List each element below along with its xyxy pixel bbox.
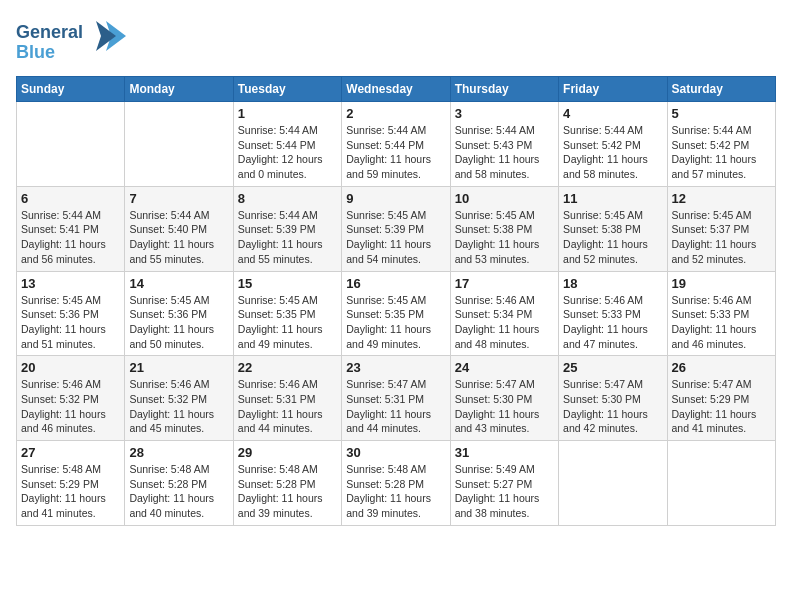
page-header: General Blue	[16, 16, 776, 68]
day-number: 14	[129, 276, 228, 291]
day-number: 11	[563, 191, 662, 206]
day-number: 15	[238, 276, 337, 291]
column-header-friday: Friday	[559, 77, 667, 102]
calendar-cell: 21Sunrise: 5:46 AM Sunset: 5:32 PM Dayli…	[125, 356, 233, 441]
day-number: 21	[129, 360, 228, 375]
calendar-cell: 27Sunrise: 5:48 AM Sunset: 5:29 PM Dayli…	[17, 441, 125, 526]
day-detail: Sunrise: 5:44 AM Sunset: 5:42 PM Dayligh…	[672, 123, 771, 182]
calendar-cell: 11Sunrise: 5:45 AM Sunset: 5:38 PM Dayli…	[559, 186, 667, 271]
column-header-monday: Monday	[125, 77, 233, 102]
calendar-cell: 4Sunrise: 5:44 AM Sunset: 5:42 PM Daylig…	[559, 102, 667, 187]
calendar-cell	[125, 102, 233, 187]
day-number: 24	[455, 360, 554, 375]
day-detail: Sunrise: 5:44 AM Sunset: 5:42 PM Dayligh…	[563, 123, 662, 182]
day-number: 27	[21, 445, 120, 460]
day-number: 1	[238, 106, 337, 121]
svg-text:Blue: Blue	[16, 42, 55, 62]
week-row-1: 1Sunrise: 5:44 AM Sunset: 5:44 PM Daylig…	[17, 102, 776, 187]
calendar-cell	[667, 441, 775, 526]
day-detail: Sunrise: 5:46 AM Sunset: 5:33 PM Dayligh…	[672, 293, 771, 352]
calendar-cell: 28Sunrise: 5:48 AM Sunset: 5:28 PM Dayli…	[125, 441, 233, 526]
calendar-cell: 10Sunrise: 5:45 AM Sunset: 5:38 PM Dayli…	[450, 186, 558, 271]
column-header-thursday: Thursday	[450, 77, 558, 102]
day-detail: Sunrise: 5:46 AM Sunset: 5:32 PM Dayligh…	[129, 377, 228, 436]
header-row: SundayMondayTuesdayWednesdayThursdayFrid…	[17, 77, 776, 102]
day-detail: Sunrise: 5:44 AM Sunset: 5:40 PM Dayligh…	[129, 208, 228, 267]
calendar-cell: 7Sunrise: 5:44 AM Sunset: 5:40 PM Daylig…	[125, 186, 233, 271]
calendar-body: 1Sunrise: 5:44 AM Sunset: 5:44 PM Daylig…	[17, 102, 776, 526]
calendar-cell: 1Sunrise: 5:44 AM Sunset: 5:44 PM Daylig…	[233, 102, 341, 187]
calendar-cell: 3Sunrise: 5:44 AM Sunset: 5:43 PM Daylig…	[450, 102, 558, 187]
day-number: 8	[238, 191, 337, 206]
day-detail: Sunrise: 5:45 AM Sunset: 5:36 PM Dayligh…	[21, 293, 120, 352]
day-detail: Sunrise: 5:45 AM Sunset: 5:35 PM Dayligh…	[238, 293, 337, 352]
day-detail: Sunrise: 5:45 AM Sunset: 5:36 PM Dayligh…	[129, 293, 228, 352]
calendar-cell	[17, 102, 125, 187]
day-detail: Sunrise: 5:48 AM Sunset: 5:28 PM Dayligh…	[346, 462, 445, 521]
day-number: 5	[672, 106, 771, 121]
day-detail: Sunrise: 5:48 AM Sunset: 5:28 PM Dayligh…	[129, 462, 228, 521]
day-number: 3	[455, 106, 554, 121]
day-detail: Sunrise: 5:47 AM Sunset: 5:31 PM Dayligh…	[346, 377, 445, 436]
calendar-cell: 22Sunrise: 5:46 AM Sunset: 5:31 PM Dayli…	[233, 356, 341, 441]
calendar-cell: 24Sunrise: 5:47 AM Sunset: 5:30 PM Dayli…	[450, 356, 558, 441]
day-number: 23	[346, 360, 445, 375]
calendar-cell	[559, 441, 667, 526]
day-number: 17	[455, 276, 554, 291]
logo-text-block: General Blue	[16, 16, 126, 68]
day-detail: Sunrise: 5:45 AM Sunset: 5:37 PM Dayligh…	[672, 208, 771, 267]
column-header-saturday: Saturday	[667, 77, 775, 102]
day-detail: Sunrise: 5:44 AM Sunset: 5:41 PM Dayligh…	[21, 208, 120, 267]
day-detail: Sunrise: 5:46 AM Sunset: 5:31 PM Dayligh…	[238, 377, 337, 436]
day-detail: Sunrise: 5:46 AM Sunset: 5:32 PM Dayligh…	[21, 377, 120, 436]
calendar-cell: 16Sunrise: 5:45 AM Sunset: 5:35 PM Dayli…	[342, 271, 450, 356]
calendar-cell: 23Sunrise: 5:47 AM Sunset: 5:31 PM Dayli…	[342, 356, 450, 441]
day-detail: Sunrise: 5:49 AM Sunset: 5:27 PM Dayligh…	[455, 462, 554, 521]
calendar-header: SundayMondayTuesdayWednesdayThursdayFrid…	[17, 77, 776, 102]
day-detail: Sunrise: 5:47 AM Sunset: 5:29 PM Dayligh…	[672, 377, 771, 436]
day-detail: Sunrise: 5:48 AM Sunset: 5:29 PM Dayligh…	[21, 462, 120, 521]
day-detail: Sunrise: 5:45 AM Sunset: 5:38 PM Dayligh…	[455, 208, 554, 267]
day-number: 6	[21, 191, 120, 206]
day-number: 10	[455, 191, 554, 206]
day-number: 22	[238, 360, 337, 375]
calendar-cell: 8Sunrise: 5:44 AM Sunset: 5:39 PM Daylig…	[233, 186, 341, 271]
day-detail: Sunrise: 5:44 AM Sunset: 5:44 PM Dayligh…	[238, 123, 337, 182]
calendar-cell: 15Sunrise: 5:45 AM Sunset: 5:35 PM Dayli…	[233, 271, 341, 356]
day-detail: Sunrise: 5:47 AM Sunset: 5:30 PM Dayligh…	[455, 377, 554, 436]
day-detail: Sunrise: 5:47 AM Sunset: 5:30 PM Dayligh…	[563, 377, 662, 436]
week-row-5: 27Sunrise: 5:48 AM Sunset: 5:29 PM Dayli…	[17, 441, 776, 526]
svg-text:General: General	[16, 22, 83, 42]
column-header-tuesday: Tuesday	[233, 77, 341, 102]
day-number: 16	[346, 276, 445, 291]
calendar-cell: 12Sunrise: 5:45 AM Sunset: 5:37 PM Dayli…	[667, 186, 775, 271]
day-number: 30	[346, 445, 445, 460]
calendar-cell: 5Sunrise: 5:44 AM Sunset: 5:42 PM Daylig…	[667, 102, 775, 187]
day-number: 12	[672, 191, 771, 206]
day-number: 4	[563, 106, 662, 121]
calendar-cell: 17Sunrise: 5:46 AM Sunset: 5:34 PM Dayli…	[450, 271, 558, 356]
week-row-2: 6Sunrise: 5:44 AM Sunset: 5:41 PM Daylig…	[17, 186, 776, 271]
day-number: 26	[672, 360, 771, 375]
day-number: 18	[563, 276, 662, 291]
calendar-cell: 13Sunrise: 5:45 AM Sunset: 5:36 PM Dayli…	[17, 271, 125, 356]
day-detail: Sunrise: 5:44 AM Sunset: 5:44 PM Dayligh…	[346, 123, 445, 182]
calendar-cell: 26Sunrise: 5:47 AM Sunset: 5:29 PM Dayli…	[667, 356, 775, 441]
calendar-cell: 29Sunrise: 5:48 AM Sunset: 5:28 PM Dayli…	[233, 441, 341, 526]
svg-marker-3	[96, 21, 116, 51]
day-number: 29	[238, 445, 337, 460]
calendar-cell: 30Sunrise: 5:48 AM Sunset: 5:28 PM Dayli…	[342, 441, 450, 526]
day-detail: Sunrise: 5:45 AM Sunset: 5:39 PM Dayligh…	[346, 208, 445, 267]
day-number: 2	[346, 106, 445, 121]
day-number: 9	[346, 191, 445, 206]
day-number: 31	[455, 445, 554, 460]
day-detail: Sunrise: 5:48 AM Sunset: 5:28 PM Dayligh…	[238, 462, 337, 521]
calendar-cell: 6Sunrise: 5:44 AM Sunset: 5:41 PM Daylig…	[17, 186, 125, 271]
week-row-3: 13Sunrise: 5:45 AM Sunset: 5:36 PM Dayli…	[17, 271, 776, 356]
column-header-wednesday: Wednesday	[342, 77, 450, 102]
day-number: 19	[672, 276, 771, 291]
day-detail: Sunrise: 5:44 AM Sunset: 5:43 PM Dayligh…	[455, 123, 554, 182]
day-number: 13	[21, 276, 120, 291]
calendar-cell: 18Sunrise: 5:46 AM Sunset: 5:33 PM Dayli…	[559, 271, 667, 356]
calendar-cell: 2Sunrise: 5:44 AM Sunset: 5:44 PM Daylig…	[342, 102, 450, 187]
